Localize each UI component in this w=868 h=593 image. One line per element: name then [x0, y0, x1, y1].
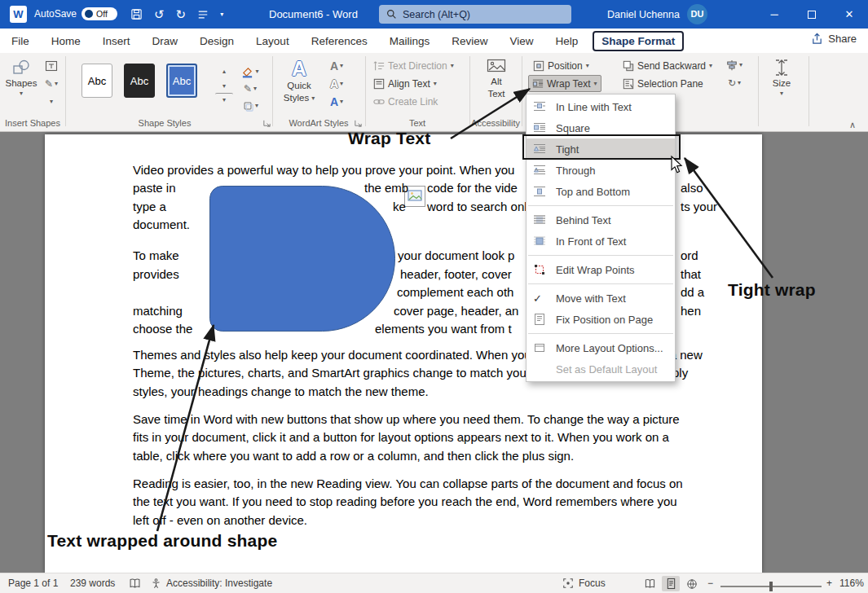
- undo-icon[interactable]: ↺: [154, 8, 165, 20]
- tab-mailings[interactable]: Mailings: [390, 35, 430, 47]
- menu-item-through[interactable]: Through: [527, 160, 675, 181]
- zoom-slider-thumb[interactable]: [769, 582, 773, 591]
- menu-item-tight[interactable]: Tight: [527, 138, 675, 160]
- zoom-level[interactable]: 116%: [839, 578, 864, 589]
- tab-help[interactable]: Help: [556, 35, 579, 47]
- create-link-button[interactable]: Create Link: [370, 93, 441, 110]
- proofing-icon[interactable]: [129, 578, 141, 590]
- autosave-toggle[interactable]: AutoSave Off: [34, 7, 117, 20]
- shape-style-preset-1[interactable]: Abc: [82, 64, 112, 98]
- web-layout-button[interactable]: [683, 576, 701, 591]
- menu-item-more-layout-options[interactable]: More Layout Options...: [527, 337, 675, 358]
- text-direction-icon: [373, 60, 385, 72]
- menu-item-top-and-bottom[interactable]: Top and Bottom: [527, 181, 675, 202]
- shape-fill-button[interactable]: ▾: [236, 64, 264, 80]
- shapes-button[interactable]: Shapes ▾: [3, 55, 39, 116]
- menu-item-in-line-with-text[interactable]: In Line with Text: [527, 96, 675, 117]
- shape-styles-dialog-launcher[interactable]: [262, 119, 272, 129]
- tab-insert[interactable]: Insert: [103, 35, 130, 47]
- text-box-button[interactable]: [42, 58, 60, 74]
- minimize-button[interactable]: ─: [756, 0, 793, 29]
- insert-shapes-more-button[interactable]: ▾: [42, 94, 60, 110]
- share-button[interactable]: Share: [811, 33, 857, 45]
- doc-line: table, click where you want to add a row…: [133, 449, 574, 463]
- text-fill-button[interactable]: A ▾: [324, 58, 349, 74]
- doc-line: Save time in Word with new buttons that …: [133, 412, 680, 426]
- zoom-in-button[interactable]: +: [826, 578, 832, 589]
- avatar[interactable]: DU: [687, 4, 707, 24]
- wrap-text-button[interactable]: Wrap Text ▾: [528, 75, 601, 92]
- autosave-pill[interactable]: Off: [82, 7, 117, 20]
- menu-item-set-as-default-layout[interactable]: Set as Default Layout: [527, 358, 675, 380]
- text-direction-button[interactable]: Text Direction ▾: [370, 57, 457, 74]
- tab-layout[interactable]: Layout: [256, 35, 289, 47]
- text-outline-button[interactable]: A ▾: [324, 76, 349, 92]
- menu-item-fix-position-on-page[interactable]: Fix Position on Page: [527, 309, 675, 330]
- size-button[interactable]: Size ▾: [763, 55, 800, 116]
- tab-references[interactable]: References: [311, 35, 368, 47]
- menu-item-in-front-of-text[interactable]: In Front of Text: [527, 231, 675, 252]
- blue-shape[interactable]: [209, 186, 395, 332]
- rotate-objects-button[interactable]: ↻ ▾: [720, 75, 748, 91]
- edit-wrap-points-icon: [533, 263, 548, 276]
- doc-line: ord: [681, 248, 698, 262]
- word-count[interactable]: 239 words: [70, 578, 115, 589]
- menu-item-behind-text[interactable]: Behind Text: [527, 209, 675, 231]
- doc-line: also: [681, 181, 703, 195]
- selection-pane-button[interactable]: Selection Pane: [619, 75, 707, 92]
- doc-line: word to search onlin: [427, 200, 536, 213]
- page-indicator[interactable]: Page 1 of 1: [8, 578, 58, 589]
- redo-icon[interactable]: ↻: [176, 8, 187, 20]
- more-chevron-icon: ▾: [50, 99, 53, 105]
- customize-qat-chevron-icon[interactable]: ▾: [220, 11, 223, 18]
- focus-button[interactable]: Focus: [579, 578, 606, 589]
- shape-style-preset-2[interactable]: Abc: [124, 64, 155, 98]
- edit-shape-button[interactable]: ✎ ▾: [42, 76, 60, 92]
- position-button[interactable]: Position ▾: [530, 57, 593, 74]
- text-effects-button[interactable]: A ▾: [324, 94, 349, 110]
- print-layout-button[interactable]: [662, 576, 680, 591]
- search-input[interactable]: Search (Alt+Q): [379, 5, 571, 24]
- quick-commands-icon[interactable]: [197, 9, 209, 20]
- menu-item-move-with-text[interactable]: ✓ Move with Text: [527, 288, 675, 309]
- maximize-button[interactable]: [793, 0, 831, 29]
- tab-home[interactable]: Home: [51, 35, 81, 47]
- group-label-wordart: WordArt Styles: [274, 118, 364, 128]
- tab-draw[interactable]: Draw: [152, 35, 178, 47]
- tab-shape-format[interactable]: Shape Format: [593, 31, 684, 51]
- quick-styles-button[interactable]: A Quick Styles▾: [279, 55, 319, 116]
- shape-styles-gallery-more[interactable]: ▾: [215, 93, 233, 106]
- doc-line: styles, your headings change to match th…: [133, 384, 429, 398]
- align-text-button[interactable]: Align Text ▾: [370, 75, 440, 92]
- send-backward-button[interactable]: Send Backward ▾: [619, 57, 716, 74]
- read-mode-button[interactable]: [641, 576, 659, 591]
- close-button[interactable]: ✕: [831, 0, 868, 29]
- collapse-ribbon-button[interactable]: ∧: [849, 120, 856, 130]
- wordart-dialog-launcher[interactable]: [354, 119, 364, 129]
- shape-styles-scroll-down[interactable]: ▾: [215, 78, 233, 94]
- menu-item-edit-wrap-points[interactable]: Edit Wrap Points: [527, 259, 675, 280]
- tab-view[interactable]: View: [509, 35, 533, 47]
- shape-effects-button[interactable]: ▾: [236, 98, 264, 114]
- focus-icon: [562, 578, 574, 589]
- shape-outline-button[interactable]: ✎ ▾: [236, 81, 264, 97]
- tab-review[interactable]: Review: [452, 35, 487, 47]
- alt-text-button[interactable]: Alt Text: [476, 55, 517, 116]
- edit-shape-icon: ✎: [45, 78, 53, 90]
- accessibility-status[interactable]: Accessibility: Investigate: [166, 578, 272, 589]
- tab-file[interactable]: File: [11, 35, 29, 47]
- shape-styles-scroll-up[interactable]: ▴: [215, 64, 233, 80]
- zoom-out-button[interactable]: −: [707, 578, 713, 589]
- shape-style-preset-3-selected[interactable]: Abc: [166, 64, 197, 98]
- save-icon[interactable]: [130, 8, 143, 20]
- doc-line: hen: [681, 304, 701, 318]
- accessibility-icon: [150, 578, 162, 590]
- user-name[interactable]: Daniel Uchenna: [607, 9, 680, 20]
- in-line-with-text-icon: [533, 100, 548, 113]
- autosave-state: Off: [96, 9, 108, 19]
- word-app-icon[interactable]: W: [10, 6, 27, 23]
- align-objects-button[interactable]: ▾: [720, 57, 748, 73]
- text-effects-icon: A: [330, 96, 338, 108]
- tab-design[interactable]: Design: [200, 35, 234, 47]
- menu-item-square[interactable]: Square: [527, 117, 675, 138]
